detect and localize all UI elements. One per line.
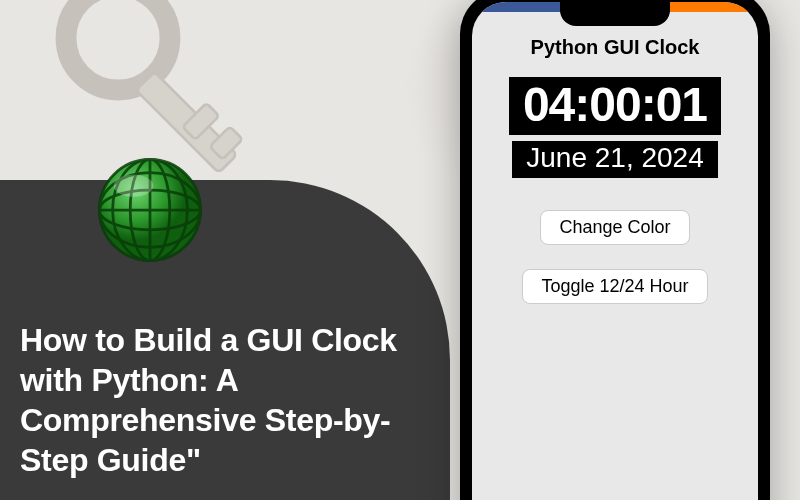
phone-notch — [560, 0, 670, 26]
phone-screen: Python GUI Clock 04:00:01 June 21, 2024 … — [472, 2, 758, 500]
article-title: How to Build a GUI Clock with Python: A … — [20, 320, 410, 480]
clock-date-display: June 21, 2024 — [512, 141, 718, 178]
change-color-button[interactable]: Change Color — [540, 210, 689, 245]
app-title: Python GUI Clock — [531, 36, 700, 59]
toggle-format-button[interactable]: Toggle 12/24 Hour — [522, 269, 707, 304]
svg-point-12 — [114, 175, 154, 197]
title-panel: How to Build a GUI Clock with Python: A … — [0, 180, 450, 500]
phone-mockup: Python GUI Clock 04:00:01 June 21, 2024 … — [460, 0, 770, 500]
clock-time-display: 04:00:01 — [509, 77, 721, 135]
globe-logo-icon — [95, 155, 205, 265]
